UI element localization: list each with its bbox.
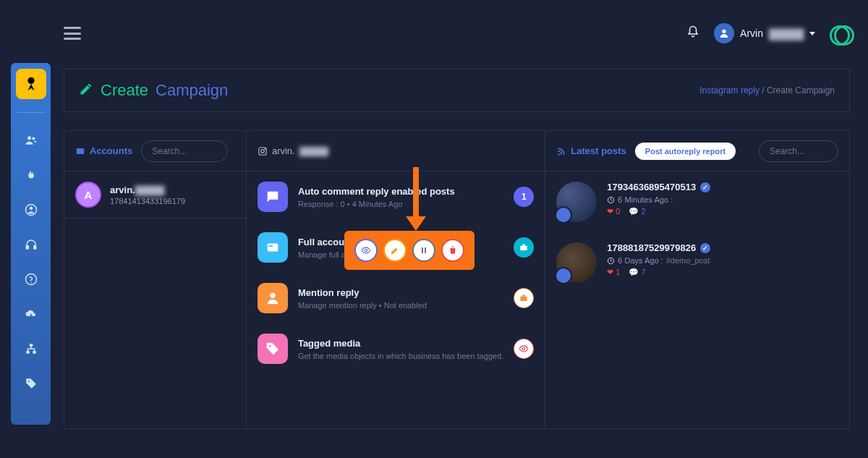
autoreply-report-button[interactable]: Post autoreply report bbox=[635, 143, 736, 160]
mention-icon bbox=[258, 283, 288, 313]
chat-icon bbox=[258, 182, 288, 212]
accounts-title: Accounts bbox=[75, 145, 132, 156]
comments-count: 💬 7 bbox=[629, 268, 645, 277]
latest-posts-title: Latest posts bbox=[556, 145, 626, 156]
pause-button[interactable] bbox=[412, 239, 435, 262]
cloud-download-icon[interactable] bbox=[24, 307, 38, 321]
avatar bbox=[714, 23, 734, 43]
action-bar bbox=[344, 231, 475, 270]
svg-point-19 bbox=[270, 195, 271, 196]
comments-count: 💬 2 bbox=[629, 207, 645, 216]
delete-button[interactable] bbox=[441, 239, 464, 262]
pencil-icon bbox=[79, 82, 93, 99]
view-button[interactable] bbox=[354, 239, 378, 262]
view-badge bbox=[514, 339, 534, 359]
blurred-text: ▇▇▇▇ bbox=[769, 27, 804, 41]
feature-auto-comment[interactable]: Auto comment reply enabled posts Respons… bbox=[247, 171, 545, 222]
accounts-search-input[interactable] bbox=[141, 140, 228, 162]
svg-point-25 bbox=[365, 249, 367, 252]
users-icon[interactable] bbox=[24, 133, 38, 148]
help-icon[interactable] bbox=[24, 272, 38, 287]
svg-rect-27 bbox=[425, 247, 426, 253]
main-content: Accounts A arvin.▇▇▇▇ 17841413433196179 … bbox=[64, 130, 850, 429]
verified-icon: ✓ bbox=[700, 182, 710, 192]
hearts-count: ❤ 0 bbox=[607, 207, 620, 216]
posts-column: Latest posts Post autoreply report 17934… bbox=[545, 131, 849, 428]
flame-icon[interactable] bbox=[24, 168, 38, 182]
svg-rect-12 bbox=[33, 351, 36, 354]
chevron-down-icon bbox=[809, 32, 815, 35]
briefcase-badge bbox=[514, 288, 534, 308]
hamburger-menu[interactable] bbox=[64, 27, 81, 40]
hearts-count: ❤ 1 bbox=[607, 268, 620, 277]
bell-icon[interactable] bbox=[686, 25, 699, 41]
page-title: Create Campaign bbox=[79, 81, 228, 100]
account-id: 17841413433196179 bbox=[110, 197, 185, 205]
svg-rect-11 bbox=[26, 351, 30, 354]
instagram-handle: arvin.▇▇▇▇ bbox=[258, 145, 328, 156]
page-header: Create Campaign Instagram reply / Create… bbox=[64, 69, 850, 112]
post-id: 17888187529979826✓ bbox=[607, 242, 710, 253]
edit-button[interactable] bbox=[383, 239, 407, 262]
topbar: Arvin ▇▇▇▇ bbox=[64, 19, 850, 48]
rss-icon bbox=[556, 146, 566, 156]
svg-rect-23 bbox=[268, 245, 273, 247]
brand-logo-icon[interactable] bbox=[830, 25, 850, 41]
instagram-icon bbox=[258, 146, 268, 156]
post-time: 6 Days Ago : #demo_post bbox=[607, 256, 710, 265]
user-name-label: Arvin bbox=[740, 27, 763, 39]
app-logo[interactable] bbox=[16, 69, 46, 99]
breadcrumb: Instagram reply / Create Campaign bbox=[699, 85, 835, 96]
svg-rect-6 bbox=[26, 246, 28, 250]
svg-point-13 bbox=[27, 381, 29, 382]
svg-point-0 bbox=[27, 77, 34, 84]
svg-point-3 bbox=[34, 140, 36, 143]
post-id: 17934636895470513✓ bbox=[607, 182, 710, 192]
svg-point-21 bbox=[274, 195, 276, 196]
account-icon bbox=[258, 232, 288, 263]
svg-point-5 bbox=[29, 207, 33, 211]
svg-point-14 bbox=[722, 30, 726, 33]
network-icon[interactable] bbox=[24, 342, 38, 356]
post-thumbnail bbox=[556, 242, 597, 283]
svg-rect-22 bbox=[268, 244, 278, 252]
headset-icon[interactable] bbox=[24, 237, 38, 252]
posts-search-input[interactable] bbox=[759, 140, 838, 162]
feature-tagged[interactable]: Tagged media Get the media objects in wh… bbox=[247, 323, 545, 374]
briefcase-badge bbox=[514, 237, 534, 258]
divider bbox=[17, 112, 46, 113]
svg-point-30 bbox=[269, 345, 271, 347]
post-item[interactable]: 17934636895470513✓ 6 Minutes Ago : ❤ 0 💬… bbox=[545, 171, 849, 232]
svg-point-9 bbox=[30, 282, 32, 284]
svg-rect-10 bbox=[29, 344, 33, 347]
breadcrumb-link[interactable]: Instagram reply bbox=[699, 85, 760, 96]
svg-point-28 bbox=[270, 293, 275, 298]
svg-point-18 bbox=[265, 148, 265, 148]
svg-rect-24 bbox=[521, 246, 527, 250]
post-thumbnail bbox=[556, 182, 597, 222]
sidebar bbox=[11, 63, 51, 425]
svg-point-31 bbox=[523, 347, 526, 350]
post-time: 6 Minutes Ago : bbox=[607, 195, 710, 204]
svg-point-2 bbox=[32, 137, 35, 140]
svg-point-20 bbox=[272, 195, 273, 196]
feature-mention[interactable]: Mention reply Manage mention reply • Not… bbox=[247, 273, 545, 323]
svg-rect-29 bbox=[521, 297, 527, 301]
tag-icon bbox=[258, 334, 288, 364]
tag-icon[interactable] bbox=[24, 376, 38, 391]
features-column: arvin.▇▇▇▇ Auto comment reply enabled po… bbox=[247, 131, 545, 428]
svg-point-1 bbox=[27, 136, 31, 140]
svg-rect-7 bbox=[33, 246, 35, 250]
account-row[interactable]: A arvin.▇▇▇▇ 17841413433196179 bbox=[64, 171, 246, 219]
user-menu[interactable]: Arvin ▇▇▇▇ bbox=[714, 23, 815, 43]
post-item[interactable]: 17888187529979826✓ 6 Days Ago : #demo_po… bbox=[545, 232, 849, 293]
breadcrumb-current: Create Campaign bbox=[767, 85, 835, 96]
verified-icon: ✓ bbox=[700, 243, 710, 253]
accounts-column: Accounts A arvin.▇▇▇▇ 17841413433196179 bbox=[64, 131, 247, 428]
svg-rect-15 bbox=[77, 148, 85, 153]
svg-point-17 bbox=[261, 149, 265, 153]
attention-arrow bbox=[413, 167, 426, 231]
user-circle-icon[interactable] bbox=[24, 203, 38, 217]
svg-rect-26 bbox=[422, 247, 423, 253]
account-avatar: A bbox=[75, 182, 101, 208]
